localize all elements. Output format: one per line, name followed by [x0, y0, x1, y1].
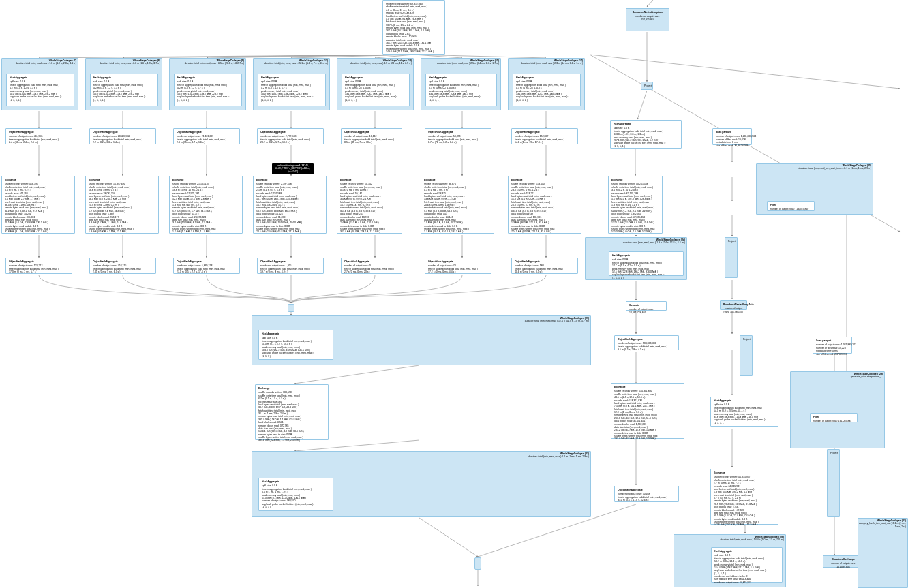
exch-a[interactable]: Exchangeshuffle records written: 416,395… [1, 176, 75, 234]
oha2-b[interactable]: ObjectHashAggregatenumber of output rows… [89, 258, 156, 274]
join-dot-2 [474, 557, 481, 570]
wsc-29[interactable]: WholeStageCodegen (29)generate_wind site… [790, 371, 885, 448]
wsc-13[interactable]: WholeStageCodegen (13)duration: total (m… [337, 58, 414, 110]
exch-big[interactable]: Exchangeshuffle records written: 388,590… [255, 384, 329, 440]
oha3[interactable]: ObjectHashAggregatenumber of output rows… [614, 335, 679, 350]
wsc-17[interactable]: WholeStageCodegen (17)duration: total (m… [508, 58, 585, 110]
wsc-27[interactable]: WholeStageCodegen (27)category_hash_tree… [858, 518, 908, 588]
oha-h2[interactable]: ObjectHashAggregatenumber of output rows… [614, 486, 679, 502]
project-node[interactable]: Project [641, 82, 653, 90]
tooltip: hashpartitioning(user4433345, 4149, FIRS… [272, 163, 314, 174]
scan-parquet-2[interactable]: Scan parquetnumber of output rows: 1,361… [813, 337, 852, 354]
wsc-8[interactable]: WholeStageCodegen (8)duration: total (mi… [85, 58, 162, 110]
project-far-2[interactable]: Project [740, 335, 753, 376]
exch-d[interactable]: Exchangeshuffle records written: 2,797,5… [253, 176, 327, 234]
bnl-far[interactable]: BroadcastNestedLoopJoinnumber of output … [720, 300, 747, 310]
exch-f[interactable]: Exchangeshuffle records written: 36,875 … [421, 176, 494, 234]
oha2-e[interactable]: ObjectHashAggregatenumber of output rows… [341, 258, 402, 274]
exch-far[interactable]: Exchangeshuffle records written: 44,815,… [710, 469, 778, 525]
oha-f[interactable]: ObjectHashAggregatenumber of output rows… [425, 128, 491, 144]
exch-right[interactable]: Exchangeshuffle records written: 534,301… [611, 383, 684, 439]
oha2-g[interactable]: ObjectHashAggregatenumber of output rows… [511, 258, 578, 274]
oha-a[interactable]: ObjectHashAggregatenumber of output rows… [5, 128, 72, 144]
join-dot [288, 304, 294, 312]
oha-e[interactable]: ObjectHashAggregatenumber of output rows… [341, 128, 402, 144]
oha2-a[interactable]: ObjectHashAggregatenumber of output rows… [5, 258, 72, 274]
wsc-22[interactable]: WholeStageCodegen (22)duration: total (m… [252, 451, 591, 517]
generate[interactable]: Generatenumber of output rows: 10,861,77… [626, 301, 667, 311]
wsc-25[interactable]: WholeStageCodegen (25)duration: total (m… [756, 163, 873, 215]
wsc-21[interactable]: WholeStageCodegen (21)duration: total (m… [252, 315, 591, 365]
oha2-d[interactable]: ObjectHashAggregatenumber of output rows… [257, 258, 324, 274]
project-far-1[interactable]: Project [725, 237, 738, 278]
hashagg-big[interactable]: HashAggregatespill size: 0.0 B time in a… [610, 120, 682, 149]
oha2-f[interactable]: ObjectHashAggregatenumber of output rows… [425, 258, 491, 274]
exchange-detail-top: shuffle records written: 69,312,063 shuf… [382, 0, 445, 55]
scan-parquet-1[interactable]: Scan parquetnumber of output rows: 1,281… [712, 128, 752, 145]
exch-g[interactable]: Exchangeshuffle records written: 113,440… [508, 176, 581, 234]
exch-e[interactable]: Exchangeshuffle records written: 10,142 … [337, 176, 402, 234]
oha-g[interactable]: ObjectHashAggregatenumber of output rows… [511, 128, 578, 144]
broadcast-nested-loop-join[interactable]: BroadcastNestedLoopJoin number of output… [626, 8, 669, 31]
project-right-1[interactable]: Project [827, 449, 840, 517]
wsc-11[interactable]: WholeStageCodegen (11)duration: total (m… [253, 58, 330, 110]
exch-h[interactable]: Exchangeshuffle records written: 40,261,… [608, 176, 663, 234]
oha-b[interactable]: ObjectHashAggregatenumber of output rows… [89, 128, 156, 144]
wsc-26[interactable]: WholeStageCodegen (26)duration: total (m… [674, 534, 786, 587]
wsc-right-24[interactable]: WholeStageCodegen (24)duration: total (m… [585, 237, 687, 280]
wsc-7[interactable]: WholeStageCodegen (7)duration: total (mi… [1, 58, 78, 110]
oha-c[interactable]: ObjectHashAggregatenumber of output rows… [173, 128, 240, 144]
wsc-9[interactable]: WholeStageCodegen (9)duration: total (mi… [169, 58, 246, 110]
oha2-c[interactable]: ObjectHashAggregatenumber of output rows… [173, 258, 240, 274]
ha-far[interactable]: HashAggregatespill size: 0.0 B time in a… [710, 397, 778, 427]
exch-b[interactable]: Exchangeshuffle records written: 16,897,… [85, 176, 159, 234]
wsc-15[interactable]: WholeStageCodegen (15)duration: total (m… [421, 58, 501, 110]
oha-d[interactable]: ObjectHashAggregatenumber of output rows… [257, 128, 324, 144]
exch-c[interactable]: Exchangeshuffle records written: 21,101,… [169, 176, 243, 234]
